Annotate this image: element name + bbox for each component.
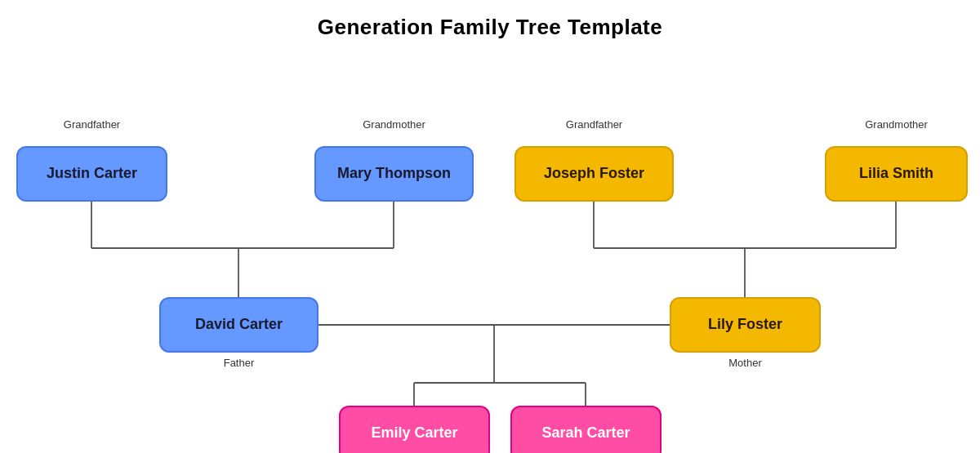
label-lilia: Grandmother: [825, 118, 968, 131]
label-mary: Grandmother: [314, 118, 474, 131]
node-mary: Mary Thompson: [314, 146, 474, 202]
label-lily: Mother: [670, 357, 821, 369]
node-lily: Lily Foster: [670, 297, 821, 353]
node-david: David Carter: [159, 297, 318, 353]
page-title: Generation Family Tree Template: [0, 0, 980, 40]
node-sarah: Sarah Carter: [510, 406, 662, 453]
label-justin: Grandfather: [16, 118, 167, 131]
node-joseph: Joseph Foster: [514, 146, 674, 202]
node-justin: Justin Carter: [16, 146, 167, 202]
node-lilia: Lilia Smith: [825, 146, 968, 202]
label-joseph: Grandfather: [514, 118, 674, 131]
node-emily: Emily Carter: [339, 406, 490, 453]
family-tree: Justin Carter Grandfather Mary Thompson …: [0, 40, 980, 453]
connectors-svg: [0, 40, 980, 453]
label-david: Father: [159, 357, 318, 369]
